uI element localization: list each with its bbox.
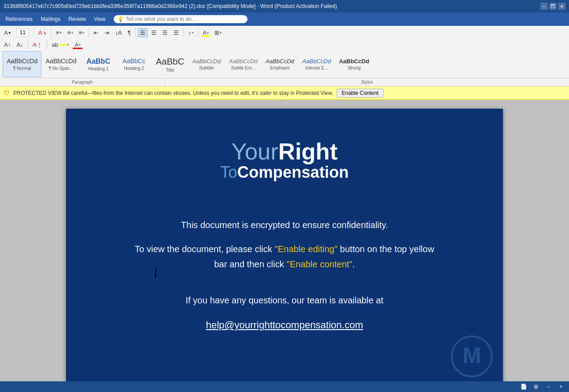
doc-line2-before: To view the document, please click xyxy=(135,244,275,254)
maximize-button[interactable]: 🗖 xyxy=(549,3,557,10)
formatting-toolbar: A▾ A↘ ≡▾ ≡▾ ≡▾ ⇤ ⇥ ↕A ¶ ☰ ☰ ☰ ☰ ↕▾ A▾ ⊞▾ xyxy=(0,26,569,39)
styles-section-label: Styles xyxy=(165,78,569,86)
notification-text: PROTECTED VIEW Be careful—files from the… xyxy=(13,90,333,96)
separator-5 xyxy=(183,28,184,37)
show-paragraph-button[interactable]: ¶ xyxy=(125,28,133,37)
font-color-button[interactable]: A▾ xyxy=(72,40,83,49)
doc-highlight-enable-editing: "Enable editing" xyxy=(275,244,338,254)
document-content: This document is encrypted to ensure con… xyxy=(135,217,434,334)
notification-bar: 🛡 PROTECTED VIEW Be careful—files from t… xyxy=(0,86,569,100)
style-no-spacing-label: ¶ No Spac... xyxy=(49,66,73,71)
document-area: YourRight ToCompensation This document i… xyxy=(0,100,569,392)
style-subtitle[interactable]: AaBbCcDd Subtitle xyxy=(188,51,225,77)
style-no-spacing[interactable]: AaBbCcDd ¶ No Spac... xyxy=(41,51,80,77)
style-normal-preview: AaBbCcDd xyxy=(7,57,37,65)
menu-bar: References Mailings Review View 💡 xyxy=(0,12,569,26)
ribbon-section-labels: Paragraph Styles xyxy=(0,78,569,86)
sort-button[interactable]: ↕A xyxy=(113,28,124,37)
enable-content-button[interactable]: Enable Content xyxy=(337,89,383,98)
style-normal-label: ¶ Normal xyxy=(13,66,31,71)
styles-bar: AaBbCcDd ¶ Normal AaBbCcDd ¶ No Spac... … xyxy=(0,50,569,78)
logo-area: YourRight ToCompensation xyxy=(220,140,349,182)
logo-your: Your xyxy=(231,139,278,164)
separator-f1 xyxy=(28,41,28,49)
zoom-in-icon[interactable]: + xyxy=(557,382,565,391)
style-subtle-em-preview: AaBbCcDd xyxy=(229,58,257,65)
doc-line2-after: . xyxy=(352,259,355,269)
menu-mailings[interactable]: Mailings xyxy=(37,14,64,24)
minimize-button[interactable]: ─ xyxy=(540,3,548,10)
style-heading1[interactable]: AaBbC Heading 1 xyxy=(81,51,116,77)
logo-to-compensation: ToCompensation xyxy=(220,163,349,182)
style-normal[interactable]: AaBbCcDd ¶ Normal xyxy=(3,51,41,77)
menu-references[interactable]: References xyxy=(2,14,36,24)
style-no-spacing-preview: AaBbCcDd xyxy=(45,57,76,65)
highlight-color-button[interactable]: ab▾ xyxy=(49,40,71,49)
justify-button[interactable]: ☰ xyxy=(171,28,181,37)
status-bar: 📄 ⊞ − + xyxy=(0,381,569,392)
align-right-button[interactable]: ☰ xyxy=(160,28,170,37)
title-bar: 31368f805417eb7c7c905d0ed729eb1bb0fea33f… xyxy=(0,0,569,12)
style-subtle-em[interactable]: AaBbCcDd Subtle Em... xyxy=(225,51,261,77)
shading-button[interactable]: A▾ xyxy=(201,28,211,37)
close-button[interactable]: ✕ xyxy=(558,3,565,10)
separator-3 xyxy=(89,28,89,37)
font-size-decrease-button[interactable]: A▾ xyxy=(2,28,13,37)
style-title[interactable]: AaBbC Title xyxy=(152,51,188,77)
font-size-smaller-button[interactable]: A↓ xyxy=(14,40,25,49)
style-intense-e-label: Intense E... xyxy=(305,65,328,70)
style-emphasis-label: Emphasis xyxy=(270,65,290,70)
separator-4 xyxy=(135,28,136,37)
logo-right: Right xyxy=(278,139,338,164)
style-heading1-preview: AaBbC xyxy=(87,57,110,65)
decrease-indent-button[interactable]: ⇤ xyxy=(91,28,101,37)
doc-line2: To view the document, please click "Enab… xyxy=(135,241,434,272)
align-center-button[interactable]: ☰ xyxy=(149,28,159,37)
logo-your-right: YourRight xyxy=(220,140,349,163)
lightbulb-icon: 💡 xyxy=(117,16,124,22)
search-input[interactable] xyxy=(126,16,224,22)
search-box[interactable]: 💡 xyxy=(114,15,247,23)
page-view-icon[interactable]: 📄 xyxy=(519,382,528,391)
style-heading2-label: Heading 2 xyxy=(124,66,144,71)
separator-f2 xyxy=(47,41,47,49)
svg-text:M: M xyxy=(462,343,481,368)
numbered-list-button[interactable]: ≡▾ xyxy=(65,28,75,37)
style-strong[interactable]: AaBbCcDd Strong xyxy=(335,51,373,77)
style-title-preview: AaBbC xyxy=(156,56,184,67)
bullet-list-button[interactable]: ≡▾ xyxy=(54,28,64,37)
document-title: 31368f805417eb7c7c905d0ed729eb1bb0fea33f… xyxy=(4,3,337,9)
increase-indent-button[interactable]: ⇥ xyxy=(102,28,111,37)
style-subtitle-label: Subtitle xyxy=(199,65,214,70)
style-strong-label: Strong xyxy=(347,65,360,70)
text-cursor xyxy=(155,269,156,278)
doc-email-link[interactable]: help@yourrighttocompensation.com xyxy=(206,319,363,331)
separator-1 xyxy=(33,28,34,37)
ribbon: A▾ A↘ ≡▾ ≡▾ ≡▾ ⇤ ⇥ ↕A ¶ ☰ ☰ ☰ ☰ ↕▾ A▾ ⊞▾… xyxy=(0,26,569,86)
style-subtitle-preview: AaBbCcDd xyxy=(192,58,221,65)
menu-review[interactable]: Review xyxy=(65,14,89,24)
borders-button[interactable]: ⊞▾ xyxy=(212,28,224,37)
style-intense-e[interactable]: AaBbCcDd Intense E... xyxy=(298,51,335,77)
line-spacing-button[interactable]: ↕▾ xyxy=(186,28,196,37)
multilevel-list-button[interactable]: ≡▾ xyxy=(77,28,87,37)
clear-formatting-button[interactable]: A↘ xyxy=(36,28,49,37)
paragraph-section-label: Paragraph xyxy=(0,78,165,86)
style-emphasis-preview: AaBbCcDd xyxy=(266,58,294,65)
menu-view[interactable]: View xyxy=(91,14,109,24)
separator-6 xyxy=(198,28,198,37)
font-size-larger-button[interactable]: A↑ xyxy=(2,40,13,49)
separator-2 xyxy=(51,28,51,37)
text-effects-button[interactable]: A⋮ xyxy=(30,40,45,49)
style-heading2[interactable]: AaBbCc Heading 2 xyxy=(116,51,152,77)
font-toolbar: A↑ A↓ A⋮ ab▾ A▾ xyxy=(0,39,569,50)
zoom-out-icon[interactable]: − xyxy=(544,382,553,391)
font-size-input[interactable] xyxy=(16,28,29,37)
style-emphasis[interactable]: AaBbCcDd Emphasis xyxy=(262,51,298,77)
layout-view-icon[interactable]: ⊞ xyxy=(532,382,540,391)
doc-line2-middle: button on the top yellow xyxy=(338,244,434,254)
font-size-box[interactable] xyxy=(14,27,31,38)
style-title-label: Title xyxy=(166,68,174,73)
align-left-button[interactable]: ☰ xyxy=(138,28,148,37)
doc-line3: If you have any questions, our team is a… xyxy=(135,293,434,308)
